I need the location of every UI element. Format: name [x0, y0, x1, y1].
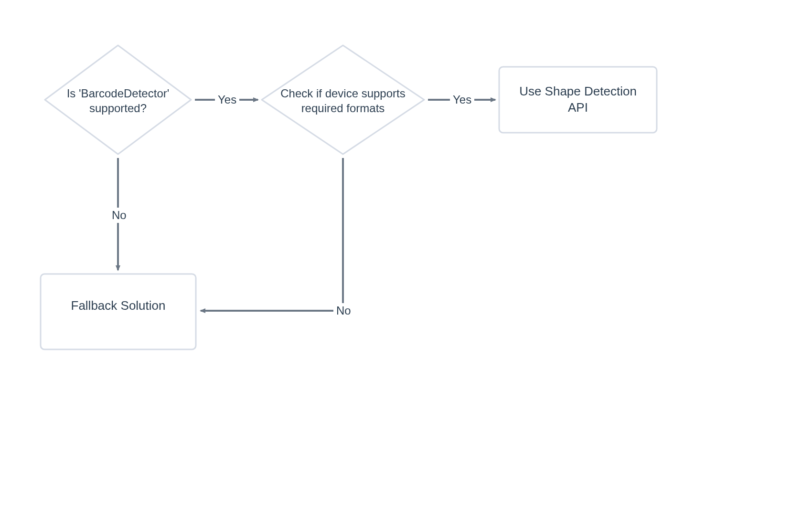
label-yes-2: Yes	[450, 92, 474, 107]
label-no-2: No	[333, 303, 354, 318]
label-no-1: No	[109, 208, 129, 223]
decision-barcodedetector-supported	[45, 45, 191, 154]
terminal-fallback-solution	[41, 274, 196, 349]
flowchart-canvas	[0, 0, 812, 505]
terminal-use-shape-detection-api	[499, 67, 657, 133]
decision-device-supports-formats	[262, 45, 424, 154]
edge-d2-no	[201, 158, 343, 311]
label-yes-1: Yes	[215, 92, 239, 107]
